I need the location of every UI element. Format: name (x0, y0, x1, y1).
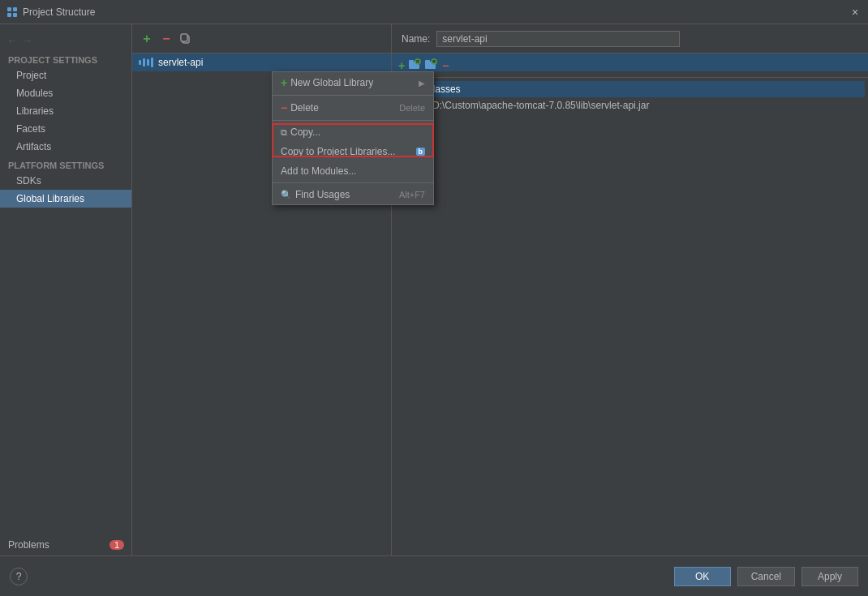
b-icon: b (416, 148, 426, 156)
svg-text:+: + (417, 59, 419, 64)
add-button[interactable]: + (139, 31, 155, 47)
submenu-arrow: ▶ (419, 79, 425, 88)
library-name: servlet-api (158, 57, 203, 68)
library-icon (139, 58, 153, 67)
new-global-library-icon: + (281, 76, 287, 89)
title-bar-left: Project Structure (6, 6, 95, 18)
name-label: Name: (402, 33, 430, 45)
file-path: D:\Custom\apache-tomcat-7.0.85\lib\servl… (432, 100, 649, 111)
copy-button[interactable] (178, 31, 194, 47)
sidebar-item-project[interactable]: Project (0, 66, 131, 84)
back-arrow[interactable]: ← (6, 34, 18, 47)
copy-to-project-label: Copy to Project Libraries... (281, 146, 395, 157)
name-input[interactable] (436, 31, 680, 47)
help-button[interactable]: ? (10, 568, 28, 585)
sidebar: ← → PROJECT SETTINGS Project Modules Lib… (0, 24, 132, 555)
sidebar-item-modules[interactable]: Modules (0, 84, 131, 102)
detail-toolbar: + + ++ (392, 54, 868, 78)
bottom-bar: ? OK Cancel Apply (0, 555, 868, 596)
find-usages-icon: 🔍 (281, 190, 292, 200)
content-area: ← → PROJECT SETTINGS Project Modules Lib… (0, 24, 868, 555)
svg-rect-5 (181, 34, 187, 41)
detail-add-button[interactable]: + (398, 59, 405, 72)
find-usages-shortcut: Alt+F7 (399, 190, 425, 199)
sidebar-item-sdks[interactable]: SDKs (0, 172, 131, 190)
svg-rect-11 (425, 60, 430, 63)
context-separator-2 (273, 120, 433, 121)
new-global-library-label: New Global Library (290, 77, 373, 88)
title-bar: Project Structure × (0, 0, 868, 24)
right-panel: + − servlet-api (132, 24, 868, 555)
forward-arrow[interactable]: → (21, 34, 32, 47)
file-row[interactable]: D:\Custom\apache-tomcat-7.0.85\lib\servl… (395, 97, 865, 114)
window-title: Project Structure (23, 6, 95, 18)
detail-header: Name: (392, 24, 868, 54)
sidebar-item-facets[interactable]: Facets (0, 120, 131, 138)
svg-rect-1 (13, 7, 17, 11)
sidebar-item-libraries[interactable]: Libraries (0, 102, 131, 120)
close-button[interactable]: × (849, 6, 862, 19)
main-container: ← → PROJECT SETTINGS Project Modules Lib… (0, 24, 868, 596)
context-menu-add-to-modules[interactable]: Add to Modules... (273, 161, 433, 181)
delete-shortcut: Delete (399, 103, 425, 113)
problems-count: 1 (110, 540, 124, 550)
bottom-right: OK Cancel Apply (674, 567, 858, 586)
problems-label: Problems (8, 539, 49, 551)
svg-rect-3 (13, 13, 17, 17)
svg-rect-7 (409, 60, 414, 63)
context-menu-delete[interactable]: − Delete Delete (273, 97, 433, 118)
nav-arrows: ← → (0, 31, 131, 50)
sidebar-item-global-libraries[interactable]: Global Libraries (0, 190, 131, 208)
context-menu-copy[interactable]: ⧉ Copy... (273, 122, 433, 142)
add-to-modules-label: Add to Modules... (281, 165, 356, 177)
context-menu-new-global-library[interactable]: + New Global Library ▶ (273, 72, 433, 93)
delete-label: Delete (290, 102, 319, 114)
sidebar-item-artifacts[interactable]: Artifacts (0, 138, 131, 156)
detail-content: ▼ Classes (392, 78, 868, 555)
svg-rect-0 (7, 7, 11, 11)
ok-button[interactable]: OK (674, 567, 731, 586)
detail-remove-button[interactable]: − (442, 59, 449, 72)
svg-rect-2 (7, 13, 11, 17)
detail-panel: Name: + + (391, 24, 868, 555)
project-settings-title: PROJECT SETTINGS (0, 50, 131, 66)
classes-row[interactable]: ▼ Classes (395, 81, 865, 97)
apply-button[interactable]: Apply (801, 567, 858, 586)
platform-settings-title: PLATFORM SETTINGS (0, 156, 131, 172)
problems-section[interactable]: Problems 1 (0, 534, 132, 555)
delete-icon: − (281, 101, 287, 114)
app-icon (6, 6, 18, 18)
remove-button[interactable]: − (158, 31, 174, 47)
context-menu: + New Global Library ▶ − Delete Delete (272, 71, 434, 205)
bottom-left: ? (10, 568, 28, 585)
find-usages-label: Find Usages (295, 189, 350, 200)
detail-add-folder-button[interactable]: + (408, 58, 421, 72)
cancel-button[interactable]: Cancel (737, 567, 795, 586)
context-separator-1 (273, 95, 433, 96)
copy-icon: ⧉ (281, 127, 287, 138)
context-menu-find-usages[interactable]: 🔍 Find Usages Alt+F7 (273, 185, 433, 204)
svg-text:++: ++ (432, 60, 436, 64)
copy-label: Copy... (290, 126, 320, 138)
context-menu-copy-to-project[interactable]: Copy to Project Libraries... b (273, 142, 433, 161)
detail-add-zip-button[interactable]: ++ (424, 58, 437, 72)
context-separator-3 (273, 182, 433, 183)
